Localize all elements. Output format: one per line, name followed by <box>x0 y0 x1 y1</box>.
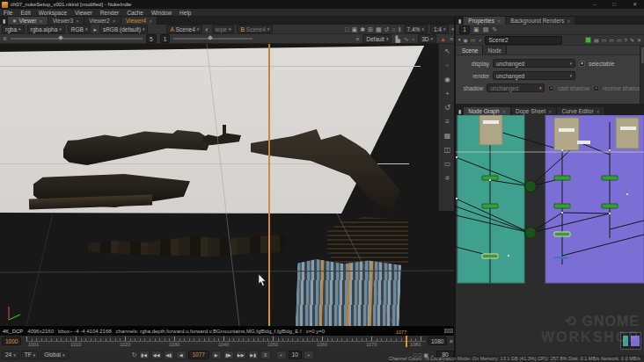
infobar-scrollbar[interactable] <box>444 329 453 333</box>
playhead[interactable] <box>406 336 407 347</box>
colorspace-dropdown[interactable]: sRGB (default)▾ <box>99 25 149 33</box>
frame-increment-field[interactable]: 10 <box>289 351 302 359</box>
pane-grip-icon[interactable]: ▮ <box>456 109 464 115</box>
go-to-end-button[interactable]: ▶▮ <box>248 351 259 359</box>
refresh-icon[interactable]: ↺ <box>384 26 390 33</box>
pane-grip-icon[interactable]: ▮ <box>0 18 8 24</box>
alpha-dropdown[interactable]: rgba.alpha▾ <box>27 25 65 33</box>
nodegraph-canvas[interactable] <box>456 115 644 355</box>
input-a-dropdown[interactable]: A Scene4▾ <box>166 25 202 33</box>
tab-node-graph[interactable]: Node Graph ✕ <box>464 107 511 115</box>
next-keyframe-button[interactable]: ▶▶ <box>236 351 246 359</box>
tab-curve-editor[interactable]: Curve Editor ✕ <box>557 107 604 115</box>
edit-icon[interactable]: ✎ <box>630 38 634 43</box>
close-icon[interactable]: ✕ <box>567 18 570 24</box>
timeline-ruler[interactable]: 1001 1010 1020 1030 1040 1050 1060 1070 … <box>26 336 426 347</box>
render-dropdown[interactable]: unchanged▾ <box>493 71 575 80</box>
pause-icon[interactable]: ‖ <box>399 26 401 33</box>
layers-icon[interactable]: ⊞ <box>368 26 373 33</box>
menu-cache[interactable]: Cache <box>127 10 143 16</box>
display-dropdown[interactable]: unchanged▾ <box>493 59 575 68</box>
gain-value[interactable]: 5 <box>146 34 157 43</box>
max-panels-field[interactable]: 1 <box>459 25 470 34</box>
close-icon[interactable]: ✕ <box>113 18 116 24</box>
stop-button[interactable]: 0 <box>260 351 271 359</box>
cast-shadow-checkbox[interactable]: ✕ <box>548 85 554 91</box>
step-decrement-button[interactable]: ▪ <box>276 351 287 359</box>
grid-icon[interactable]: ▦ <box>376 26 382 33</box>
close-icon[interactable]: ✕ <box>548 109 552 114</box>
tab-viewer2[interactable]: Viewer2 ✕ <box>84 17 121 25</box>
play-forward-button[interactable]: ▶ <box>211 351 222 359</box>
menu-window[interactable]: Window <box>151 10 172 16</box>
step-forward-button[interactable]: ▮▶ <box>223 351 234 359</box>
close-button[interactable]: ✕ <box>626 2 644 7</box>
close-icon[interactable]: ✕ <box>39 18 42 24</box>
close-icon[interactable]: ✕ <box>502 109 506 114</box>
menu-render[interactable]: Render <box>100 10 119 16</box>
proxy-ratio-dropdown[interactable]: 1:4▾ <box>430 25 450 33</box>
tab-viewer1[interactable]: ◉ Viewer ✕ <box>8 17 48 25</box>
viewer-canvas[interactable]: ↖ ▫ ◉ + ↺ ≡ ▦ ◫ ▭ # <box>0 44 456 326</box>
range-mode-dropdown[interactable]: TF▾ <box>21 351 39 359</box>
roi-icon[interactable]: ▫ <box>413 36 414 42</box>
tab-node[interactable]: Node <box>483 46 507 54</box>
pane-grip-icon[interactable]: ▮ <box>456 18 464 24</box>
image-icon[interactable]: ▤ <box>483 26 489 33</box>
lock-icon[interactable]: ▣ <box>473 26 479 33</box>
proxy-toggle-icon[interactable]: ▣ <box>352 26 358 33</box>
clipboard-icon[interactable]: ▙ <box>395 36 399 42</box>
go-to-start-button[interactable]: ▮◀ <box>139 351 150 359</box>
split-icon[interactable]: ▸ <box>93 26 97 33</box>
layer-dropdown[interactable]: rgba▾ <box>2 25 25 33</box>
view-mode-dropdown[interactable]: 3D▾ <box>418 34 436 43</box>
menu-viewer[interactable]: Viewer <box>75 10 92 16</box>
timeline[interactable]: 1000 1001 1010 1020 1030 1040 1050 1060 … <box>0 336 456 347</box>
brush-icon[interactable]: ✎ <box>492 26 497 33</box>
menu-edit[interactable]: Edit <box>20 10 30 16</box>
save-preset-icon[interactable]: ▤ <box>594 38 599 43</box>
gamma-slider[interactable] <box>173 38 252 40</box>
input-b-dropdown[interactable]: B Scene4▾ <box>237 25 273 33</box>
menu-icon[interactable]: ≡ <box>450 36 453 42</box>
wipe-mode-dropdown[interactable]: wipe▾ <box>212 25 235 33</box>
fps-dropdown[interactable]: 24▾ <box>2 351 19 359</box>
menu-file[interactable]: File <box>4 10 12 16</box>
float-panel-icon[interactable]: ▭ <box>471 38 476 43</box>
pause-update-icon[interactable]: ✱ <box>360 26 365 33</box>
close-icon[interactable]: ✕ <box>497 18 501 24</box>
close-icon[interactable]: ✕ <box>149 18 152 24</box>
tab-scene[interactable]: Scene <box>457 46 483 54</box>
frame-field[interactable]: 1077 <box>188 351 209 359</box>
current-frame-box[interactable]: 1000 <box>2 337 21 345</box>
node-name-field[interactable]: Scene2 <box>485 36 562 45</box>
center-node-icon[interactable]: ◉ <box>464 38 468 43</box>
channels-dropdown[interactable]: RGB▾ <box>68 25 91 33</box>
loop-mode-icon[interactable]: ↻ <box>132 351 137 358</box>
receive-shadow-checkbox[interactable]: ✕ <box>593 85 599 91</box>
waveform-icon[interactable]: ∿ <box>404 36 409 42</box>
close-panel-icon[interactable]: ✕ <box>637 38 641 43</box>
minimize-button[interactable]: – <box>586 2 603 7</box>
tab-viewer3[interactable]: Viewer3 ✕ <box>48 17 85 25</box>
shadow-dropdown[interactable]: unchanged▾ <box>487 83 545 92</box>
help-icon[interactable]: ? <box>625 38 627 43</box>
panel-menu-icon[interactable]: ▾ <box>458 38 461 42</box>
fullres-icon[interactable]: □ <box>345 26 348 33</box>
prev-keyframe-button[interactable]: ◀◀ <box>151 351 162 359</box>
frame-range-lock-icon[interactable]: ø <box>450 338 453 344</box>
tab-background-renders[interactable]: Background Renders ✕ <box>506 17 575 25</box>
tab-properties[interactable]: Properties ✕ <box>464 17 506 25</box>
close-icon[interactable]: ✕ <box>596 109 600 114</box>
viewer-process-dropdown[interactable]: Default▾ <box>362 34 392 43</box>
zoom-dropdown[interactable]: 7.4%▾ <box>404 25 428 33</box>
maximize-button[interactable]: □ <box>605 2 623 7</box>
menu-help[interactable]: Help <box>179 10 191 16</box>
3d-lighting-icon[interactable]: ≡ <box>355 36 359 42</box>
circle-icon[interactable]: ○ <box>392 26 395 33</box>
properties-scrollbar[interactable] <box>640 46 644 104</box>
step-back-button[interactable]: ◀▮ <box>164 351 174 359</box>
wipe-center-icon[interactable]: ◐ <box>205 26 209 33</box>
color-picker-icon[interactable]: ✓ <box>478 38 482 43</box>
tab-dope-sheet[interactable]: Dope Sheet ✕ <box>511 107 558 115</box>
